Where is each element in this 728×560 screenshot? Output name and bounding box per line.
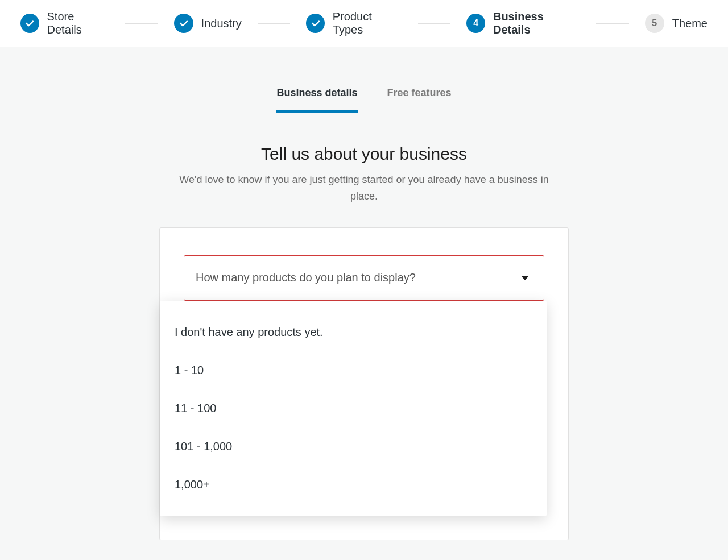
step-label: Business Details bbox=[493, 10, 580, 36]
dropdown-option[interactable]: 1,000+ bbox=[160, 466, 547, 504]
step-business-details[interactable]: 4 Business Details bbox=[466, 10, 580, 36]
step-connector bbox=[125, 23, 158, 24]
check-icon bbox=[306, 14, 325, 33]
step-label: Product Types bbox=[333, 10, 402, 36]
business-details-card: How many products do you plan to display… bbox=[159, 227, 569, 540]
step-store-details[interactable]: Store Details bbox=[20, 10, 109, 36]
dropdown-option[interactable]: 1 - 10 bbox=[160, 351, 547, 389]
step-theme[interactable]: 5 Theme bbox=[645, 14, 708, 33]
step-label: Store Details bbox=[47, 10, 109, 36]
check-icon bbox=[174, 14, 193, 33]
dropdown-option[interactable]: 101 - 1,000 bbox=[160, 428, 547, 466]
tab-business-details[interactable]: Business details bbox=[276, 87, 357, 113]
step-number-icon: 5 bbox=[645, 14, 664, 33]
chevron-down-icon bbox=[521, 276, 529, 280]
step-number-icon: 4 bbox=[466, 14, 485, 33]
step-label: Theme bbox=[672, 17, 708, 30]
products-count-dropdown: I don't have any products yet. 1 - 10 11… bbox=[160, 301, 547, 516]
step-label: Industry bbox=[201, 17, 242, 30]
select-placeholder: How many products do you plan to display… bbox=[196, 271, 416, 284]
step-connector bbox=[418, 23, 451, 24]
setup-stepper: Store Details Industry Product Types 4 B… bbox=[0, 0, 728, 47]
products-count-select[interactable]: How many products do you plan to display… bbox=[184, 255, 544, 301]
step-connector bbox=[596, 23, 629, 24]
step-product-types[interactable]: Product Types bbox=[306, 10, 402, 36]
form-heading: Tell us about your business We'd love to… bbox=[0, 113, 728, 205]
step-connector bbox=[258, 23, 291, 24]
dropdown-option[interactable]: 11 - 100 bbox=[160, 389, 547, 428]
check-icon bbox=[20, 14, 39, 33]
page-title: Tell us about your business bbox=[0, 144, 728, 164]
page-subtitle: We'd love to know if you are just gettin… bbox=[165, 172, 563, 205]
tab-free-features[interactable]: Free features bbox=[387, 87, 452, 113]
step-industry[interactable]: Industry bbox=[174, 14, 242, 33]
form-tabs: Business details Free features bbox=[0, 47, 728, 113]
dropdown-option[interactable]: I don't have any products yet. bbox=[160, 313, 547, 351]
